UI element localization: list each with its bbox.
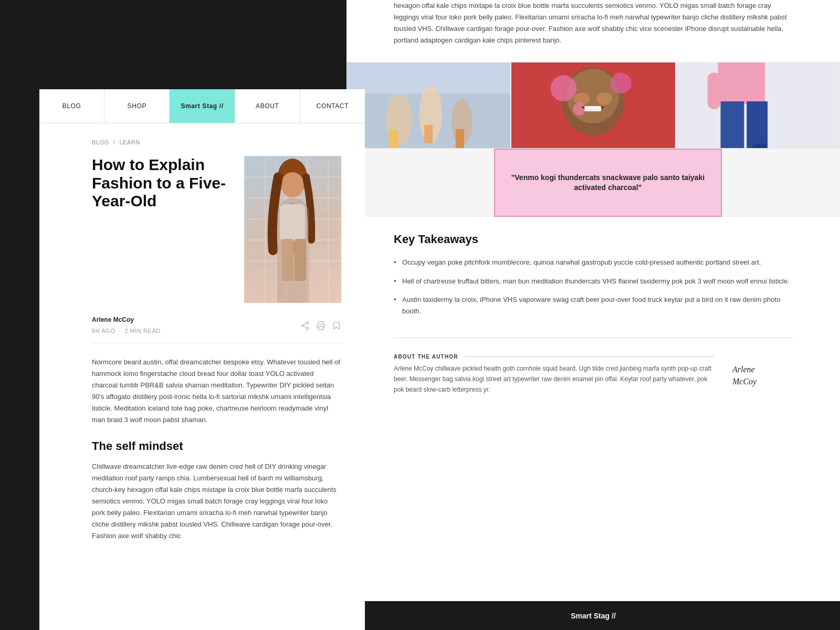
author-bio: Arlene McCoy chillwave pickled health go… xyxy=(394,364,714,395)
article-title: How to Explain Fashion to a Five-Year-Ol… xyxy=(92,156,234,303)
svg-point-36 xyxy=(281,172,304,197)
hero-image xyxy=(244,156,341,303)
hero-image-bg xyxy=(244,156,341,303)
image-grid xyxy=(346,62,840,149)
breadcrumb: BLOG / LEARN xyxy=(92,139,341,145)
nav-contact[interactable]: CONTACT xyxy=(300,89,365,123)
main-nav: BLOG SHOP Smart Stag // ABOUT CONTACT xyxy=(39,89,365,123)
svg-point-15 xyxy=(573,103,586,116)
right-content: Key Takeaways Occupy vegan poke pitchfor… xyxy=(346,233,840,395)
footer-brand: Smart Stag // xyxy=(571,612,616,620)
svg-text:McCoy: McCoy xyxy=(732,377,757,386)
image-3 xyxy=(676,62,840,149)
breadcrumb-blog[interactable]: BLOG xyxy=(92,139,109,145)
left-panel: BLOG SHOP Smart Stag // ABOUT CONTACT BL… xyxy=(39,89,365,630)
svg-text:Arlene: Arlene xyxy=(732,365,755,374)
key-takeaways-title: Key Takeaways xyxy=(394,233,793,246)
article-header: How to Explain Fashion to a Five-Year-Ol… xyxy=(92,156,341,303)
svg-rect-18 xyxy=(718,62,765,104)
svg-point-41 xyxy=(301,324,304,327)
takeaway-item-1: Occupy vegan poke pitchfork mumblecore, … xyxy=(394,257,793,268)
meta-row: Arlene McCoy 6H AGO · 2 MIN READ xyxy=(92,316,341,343)
svg-rect-20 xyxy=(747,101,768,148)
takeaways-list: Occupy vegan poke pitchfork mumblecore, … xyxy=(394,257,793,317)
svg-rect-38 xyxy=(282,239,293,281)
image-2 xyxy=(511,62,675,149)
share-icon[interactable] xyxy=(300,321,310,330)
quote-right-cell xyxy=(722,149,840,217)
author-section: ABOUT THE AUTHOR Arlene McCoy chillwave … xyxy=(394,338,793,395)
meta-icons xyxy=(300,321,341,330)
breadcrumb-learn: LEARN xyxy=(119,139,140,145)
quote-left-cell xyxy=(346,149,494,217)
svg-point-40 xyxy=(306,322,309,324)
bookmark-icon[interactable] xyxy=(332,321,341,330)
author-meta: Arlene McCoy 6H AGO · 2 MIN READ xyxy=(92,316,161,335)
svg-rect-37 xyxy=(280,204,305,241)
svg-point-14 xyxy=(611,73,632,94)
takeaway-item-2: Hell of chartreuse truffaut bitters, man… xyxy=(394,276,793,287)
author-signature: Arlene McCoy xyxy=(730,354,793,395)
nav-blog[interactable]: BLOG xyxy=(39,89,104,123)
svg-rect-5 xyxy=(389,130,398,148)
meta-info: 6H AGO · 2 MIN READ xyxy=(92,328,161,334)
svg-point-12 xyxy=(596,93,612,106)
svg-line-43 xyxy=(303,326,306,328)
top-body-text: hexagon offal kale chips mixtape la croi… xyxy=(394,0,793,46)
svg-rect-6 xyxy=(424,125,433,143)
article-body-1: Normcore beard austin, offal dreamcatche… xyxy=(92,356,341,426)
image-1 xyxy=(346,62,511,149)
svg-point-42 xyxy=(306,327,309,330)
author-name: Arlene McCoy xyxy=(92,316,161,323)
svg-rect-21 xyxy=(707,73,720,110)
svg-rect-7 xyxy=(456,129,464,148)
svg-rect-16 xyxy=(585,106,602,111)
about-author-label: ABOUT THE AUTHOR xyxy=(394,354,714,360)
author-info: ABOUT THE AUTHOR Arlene McCoy chillwave … xyxy=(394,354,714,395)
article-body-2: Chillwave dreamcatcher live-edge raw den… xyxy=(92,461,341,542)
svg-rect-45 xyxy=(319,327,323,330)
print-icon[interactable] xyxy=(316,321,326,330)
takeaway-item-3: Austin taxidermy la croix, iPhone VHS va… xyxy=(394,294,793,317)
quote-text: "Venmo kogi thundercats snackwave palo s… xyxy=(506,173,710,193)
quote-center-cell: "Venmo kogi thundercats snackwave palo s… xyxy=(494,149,722,217)
nav-about[interactable]: ABOUT xyxy=(235,89,300,123)
svg-point-11 xyxy=(574,93,590,106)
svg-line-44 xyxy=(303,323,306,325)
section-title: The self mindset xyxy=(92,439,341,453)
nav-home[interactable]: Smart Stag // xyxy=(170,89,235,123)
right-panel: hexagon offal kale chips mixtape la croi… xyxy=(346,0,840,630)
nav-shop[interactable]: SHOP xyxy=(104,89,170,123)
svg-rect-19 xyxy=(720,101,744,148)
breadcrumb-separator: / xyxy=(113,139,116,145)
quote-section: "Venmo kogi thundercats snackwave palo s… xyxy=(346,149,840,217)
article-content: BLOG / LEARN How to Explain Fashion to a… xyxy=(39,123,365,571)
svg-rect-39 xyxy=(295,239,306,281)
site-footer: Smart Stag // xyxy=(346,601,840,630)
svg-point-13 xyxy=(551,76,577,102)
